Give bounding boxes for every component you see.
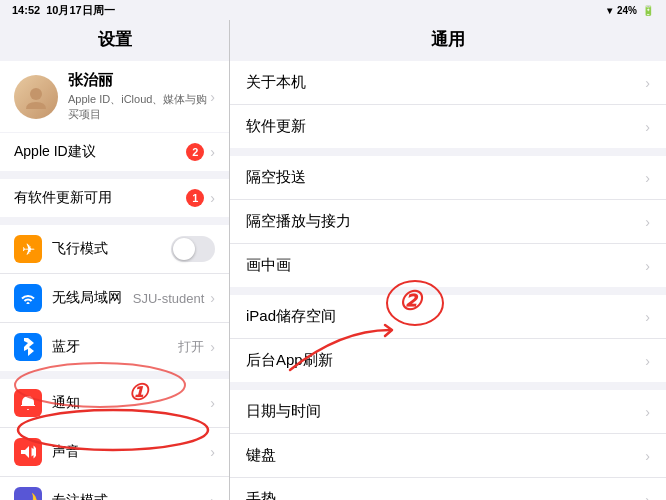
system-group: 通知 › 声音 › 🌙 专注模式 › ⏱ 屏幕使用时间 › xyxy=(0,379,229,500)
airdrop-label: 隔空投送 xyxy=(246,168,306,187)
apple-id-suggestion[interactable]: Apple ID建议 2 › xyxy=(0,133,229,171)
content-group-2: 隔空投送 › 隔空播放与接力 › 画中画 › xyxy=(230,156,666,287)
storage-row[interactable]: iPad储存空间 › xyxy=(230,295,666,339)
bluetooth-row[interactable]: 蓝牙 打开 › xyxy=(0,323,229,371)
about-chevron: › xyxy=(645,75,650,91)
profile-chevron: › xyxy=(210,89,215,105)
wifi-icon xyxy=(14,284,42,312)
bluetooth-chevron: › xyxy=(210,339,215,355)
software-update-content-label: 软件更新 xyxy=(246,117,306,136)
keyboard-row[interactable]: 键盘 › xyxy=(230,434,666,478)
background-refresh-label: 后台App刷新 xyxy=(246,351,333,370)
avatar xyxy=(14,75,58,119)
content-title: 通用 xyxy=(230,20,666,61)
sound-chevron: › xyxy=(210,444,215,460)
content-group-1: 关于本机 › 软件更新 › xyxy=(230,61,666,148)
pip-chevron: › xyxy=(645,258,650,274)
main-layout: 设置 张治丽 Apple ID、iCloud、媒体与购买项目 › Apple I… xyxy=(0,20,666,500)
time: 14:52 xyxy=(12,4,40,16)
airdrop-chevron: › xyxy=(645,170,650,186)
wifi-row[interactable]: 无线局域网 SJU-student › xyxy=(0,274,229,323)
gesture-row[interactable]: 手势 › xyxy=(230,478,666,500)
sound-icon xyxy=(14,438,42,466)
user-profile[interactable]: 张治丽 Apple ID、iCloud、媒体与购买项目 › xyxy=(0,61,229,132)
datetime-row[interactable]: 日期与时间 › xyxy=(230,390,666,434)
badge-group: 2 › xyxy=(186,143,215,161)
datetime-chevron: › xyxy=(645,404,650,420)
update-badge: 1 xyxy=(186,189,204,207)
user-name: 张治丽 xyxy=(68,71,210,90)
software-update-row[interactable]: 有软件更新可用 1 › xyxy=(0,179,229,217)
user-info: 张治丽 Apple ID、iCloud、媒体与购买项目 xyxy=(68,71,210,122)
airplay-label: 隔空播放与接力 xyxy=(246,212,351,231)
status-bar-right: ▾ 24% 🔋 xyxy=(607,5,654,16)
background-refresh-row[interactable]: 后台App刷新 › xyxy=(230,339,666,382)
background-refresh-chevron: › xyxy=(645,353,650,369)
apple-id-label: Apple ID建议 xyxy=(14,143,96,161)
airplane-icon: ✈ xyxy=(14,235,42,263)
airplay-row[interactable]: 隔空播放与接力 › xyxy=(230,200,666,244)
focus-chevron: › xyxy=(210,493,215,500)
sound-label: 声音 xyxy=(52,443,210,461)
focus-label: 专注模式 xyxy=(52,492,210,500)
status-bar: 14:52 10月17日周一 ▾ 24% 🔋 xyxy=(0,0,666,20)
wifi-chevron: › xyxy=(210,290,215,306)
battery-icon: 🔋 xyxy=(642,5,654,16)
airplay-chevron: › xyxy=(645,214,650,230)
wifi-label: 无线局域网 xyxy=(52,289,133,307)
datetime-label: 日期与时间 xyxy=(246,402,321,421)
airplane-label: 飞行模式 xyxy=(52,240,171,258)
sound-row[interactable]: 声音 › xyxy=(0,428,229,477)
gesture-chevron: › xyxy=(645,492,650,501)
airdrop-row[interactable]: 隔空投送 › xyxy=(230,156,666,200)
sidebar: 设置 张治丽 Apple ID、iCloud、媒体与购买项目 › Apple I… xyxy=(0,20,230,500)
about-label: 关于本机 xyxy=(246,73,306,92)
software-update-content-chevron: › xyxy=(645,119,650,135)
connectivity-group: ✈ 飞行模式 无线局域网 SJU-student › xyxy=(0,225,229,371)
sidebar-title: 设置 xyxy=(0,20,229,61)
gesture-label: 手势 xyxy=(246,490,276,500)
bluetooth-value: 打开 xyxy=(178,338,204,356)
update-group: 有软件更新可用 1 › xyxy=(0,179,229,217)
user-subtitle: Apple ID、iCloud、媒体与购买项目 xyxy=(68,92,210,122)
about-row[interactable]: 关于本机 › xyxy=(230,61,666,105)
focus-icon: 🌙 xyxy=(14,487,42,500)
svg-point-0 xyxy=(30,88,42,100)
bluetooth-icon xyxy=(14,333,42,361)
keyboard-chevron: › xyxy=(645,448,650,464)
keyboard-label: 键盘 xyxy=(246,446,276,465)
notification-row[interactable]: 通知 › xyxy=(0,379,229,428)
airplane-toggle[interactable] xyxy=(171,236,215,262)
notification-icon xyxy=(14,389,42,417)
software-update-content-row[interactable]: 软件更新 › xyxy=(230,105,666,148)
content-panel: 通用 关于本机 › 软件更新 › 隔空投送 › 隔空播放与接力 › 画中画 xyxy=(230,20,666,500)
pip-label: 画中画 xyxy=(246,256,291,275)
notification-chevron: › xyxy=(210,395,215,411)
update-label: 有软件更新可用 xyxy=(14,189,186,207)
content-group-3: iPad储存空间 › 后台App刷新 › xyxy=(230,295,666,382)
wifi-icon: ▾ xyxy=(607,5,612,16)
date: 10月17日周一 xyxy=(46,3,114,18)
pip-row[interactable]: 画中画 › xyxy=(230,244,666,287)
notification-label: 通知 xyxy=(52,394,210,412)
update-chevron: › xyxy=(210,190,215,206)
apple-id-chevron: › xyxy=(210,144,215,160)
storage-label: iPad储存空间 xyxy=(246,307,336,326)
focus-row[interactable]: 🌙 专注模式 › xyxy=(0,477,229,500)
battery-text: 24% xyxy=(617,5,637,16)
storage-chevron: › xyxy=(645,309,650,325)
wifi-value: SJU-student xyxy=(133,291,205,306)
content-group-4: 日期与时间 › 键盘 › 手势 › 字体 › 语言与地区 › 词典 › xyxy=(230,390,666,500)
bluetooth-label: 蓝牙 xyxy=(52,338,178,356)
apple-id-badge: 2 xyxy=(186,143,204,161)
status-bar-left: 14:52 10月17日周一 xyxy=(12,3,115,18)
airplane-row[interactable]: ✈ 飞行模式 xyxy=(0,225,229,274)
